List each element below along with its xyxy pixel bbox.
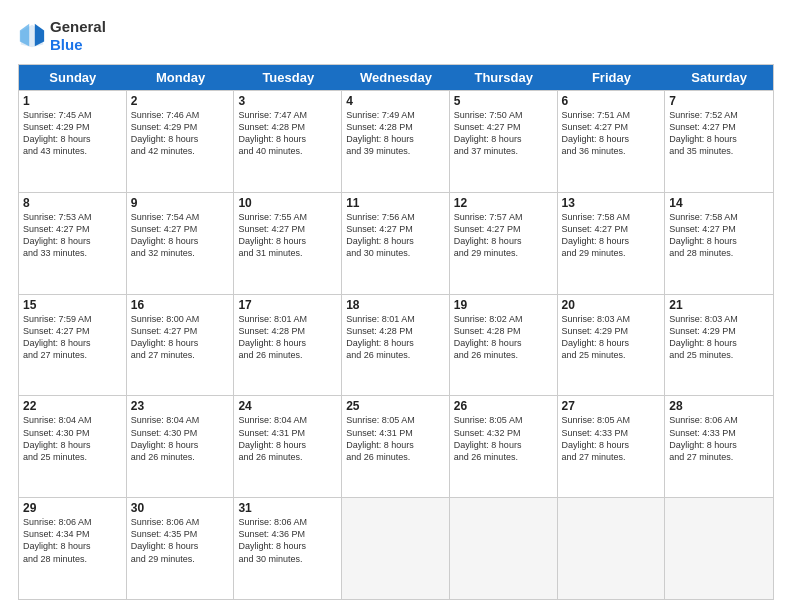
day-number: 5 [454,94,553,108]
cell-info-line: Sunset: 4:27 PM [454,121,553,133]
calendar-cell [558,498,666,599]
calendar-cell: 24Sunrise: 8:04 AMSunset: 4:31 PMDayligh… [234,396,342,497]
cell-info-line: and 26 minutes. [238,451,337,463]
day-of-week-header: Wednesday [342,65,450,90]
cell-info-line: Sunrise: 8:04 AM [131,414,230,426]
cell-info-line: Sunset: 4:27 PM [23,325,122,337]
day-number: 18 [346,298,445,312]
cell-info-line: Daylight: 8 hours [669,235,769,247]
cell-info-line: Daylight: 8 hours [23,540,122,552]
cell-info-line: Daylight: 8 hours [23,337,122,349]
day-number: 27 [562,399,661,413]
cell-info-line: Sunset: 4:27 PM [131,325,230,337]
day-number: 10 [238,196,337,210]
day-number: 17 [238,298,337,312]
calendar-cell: 18Sunrise: 8:01 AMSunset: 4:28 PMDayligh… [342,295,450,396]
cell-info-line: Daylight: 8 hours [454,337,553,349]
day-number: 29 [23,501,122,515]
cell-info-line: Sunrise: 8:06 AM [23,516,122,528]
cell-info-line: and 29 minutes. [131,553,230,565]
cell-info-line: and 32 minutes. [131,247,230,259]
cell-info-line: and 28 minutes. [23,553,122,565]
cell-info-line: Sunset: 4:28 PM [454,325,553,337]
calendar-week-row: 29Sunrise: 8:06 AMSunset: 4:34 PMDayligh… [19,497,773,599]
cell-info-line: and 27 minutes. [131,349,230,361]
cell-info-line: Sunset: 4:31 PM [346,427,445,439]
calendar-cell: 22Sunrise: 8:04 AMSunset: 4:30 PMDayligh… [19,396,127,497]
day-of-week-header: Sunday [19,65,127,90]
day-number: 26 [454,399,553,413]
day-number: 31 [238,501,337,515]
calendar-cell: 17Sunrise: 8:01 AMSunset: 4:28 PMDayligh… [234,295,342,396]
calendar-cell: 11Sunrise: 7:56 AMSunset: 4:27 PMDayligh… [342,193,450,294]
cell-info-line: and 26 minutes. [346,349,445,361]
day-number: 4 [346,94,445,108]
cell-info-line: Daylight: 8 hours [669,337,769,349]
cell-info-line: Sunrise: 7:54 AM [131,211,230,223]
calendar-header: SundayMondayTuesdayWednesdayThursdayFrid… [19,65,773,90]
cell-info-line: Daylight: 8 hours [562,235,661,247]
cell-info-line: Sunset: 4:27 PM [669,121,769,133]
cell-info-line: Sunrise: 8:06 AM [238,516,337,528]
day-number: 1 [23,94,122,108]
calendar-cell: 27Sunrise: 8:05 AMSunset: 4:33 PMDayligh… [558,396,666,497]
calendar-cell: 29Sunrise: 8:06 AMSunset: 4:34 PMDayligh… [19,498,127,599]
day-of-week-header: Thursday [450,65,558,90]
cell-info-line: and 25 minutes. [562,349,661,361]
cell-info-line: Sunrise: 8:05 AM [562,414,661,426]
cell-info-line: Daylight: 8 hours [131,439,230,451]
cell-info-line: Sunrise: 7:49 AM [346,109,445,121]
day-number: 3 [238,94,337,108]
cell-info-line: Sunset: 4:33 PM [562,427,661,439]
calendar-cell: 21Sunrise: 8:03 AMSunset: 4:29 PMDayligh… [665,295,773,396]
cell-info-line: Daylight: 8 hours [669,439,769,451]
cell-info-line: Daylight: 8 hours [562,133,661,145]
cell-info-line: and 26 minutes. [131,451,230,463]
cell-info-line: Sunrise: 7:52 AM [669,109,769,121]
cell-info-line: Sunrise: 8:03 AM [562,313,661,325]
cell-info-line: Daylight: 8 hours [238,133,337,145]
cell-info-line: Sunrise: 7:46 AM [131,109,230,121]
cell-info-line: and 29 minutes. [562,247,661,259]
calendar-body: 1Sunrise: 7:45 AMSunset: 4:29 PMDaylight… [19,90,773,599]
day-number: 6 [562,94,661,108]
cell-info-line: Sunset: 4:27 PM [562,121,661,133]
calendar-cell: 31Sunrise: 8:06 AMSunset: 4:36 PMDayligh… [234,498,342,599]
cell-info-line: and 27 minutes. [23,349,122,361]
cell-info-line: and 25 minutes. [669,349,769,361]
cell-info-line: and 31 minutes. [238,247,337,259]
cell-info-line: and 35 minutes. [669,145,769,157]
cell-info-line: and 26 minutes. [238,349,337,361]
cell-info-line: and 36 minutes. [562,145,661,157]
cell-info-line: Sunset: 4:28 PM [238,121,337,133]
cell-info-line: Sunrise: 7:53 AM [23,211,122,223]
cell-info-line: Sunrise: 8:01 AM [238,313,337,325]
cell-info-line: Sunset: 4:29 PM [131,121,230,133]
cell-info-line: Sunset: 4:27 PM [454,223,553,235]
cell-info-line: Daylight: 8 hours [23,133,122,145]
cell-info-line: Sunset: 4:32 PM [454,427,553,439]
cell-info-line: and 26 minutes. [454,451,553,463]
cell-info-line: and 25 minutes. [23,451,122,463]
calendar-cell: 12Sunrise: 7:57 AMSunset: 4:27 PMDayligh… [450,193,558,294]
cell-info-line: Daylight: 8 hours [238,337,337,349]
cell-info-line: Daylight: 8 hours [238,540,337,552]
cell-info-line: Sunset: 4:30 PM [23,427,122,439]
cell-info-line: Sunset: 4:27 PM [346,223,445,235]
logo: General Blue [18,18,106,54]
day-of-week-header: Tuesday [234,65,342,90]
day-number: 23 [131,399,230,413]
cell-info-line: Daylight: 8 hours [346,337,445,349]
cell-info-line: Daylight: 8 hours [238,439,337,451]
cell-info-line: Sunrise: 8:06 AM [131,516,230,528]
cell-info-line: Sunrise: 8:05 AM [346,414,445,426]
calendar-cell: 26Sunrise: 8:05 AMSunset: 4:32 PMDayligh… [450,396,558,497]
cell-info-line: Daylight: 8 hours [346,133,445,145]
cell-info-line: Sunrise: 8:04 AM [238,414,337,426]
cell-info-line: Sunrise: 7:50 AM [454,109,553,121]
cell-info-line: Sunset: 4:36 PM [238,528,337,540]
page: General Blue SundayMondayTuesdayWednesda… [0,0,792,612]
day-number: 22 [23,399,122,413]
cell-info-line: Sunrise: 8:03 AM [669,313,769,325]
day-number: 12 [454,196,553,210]
